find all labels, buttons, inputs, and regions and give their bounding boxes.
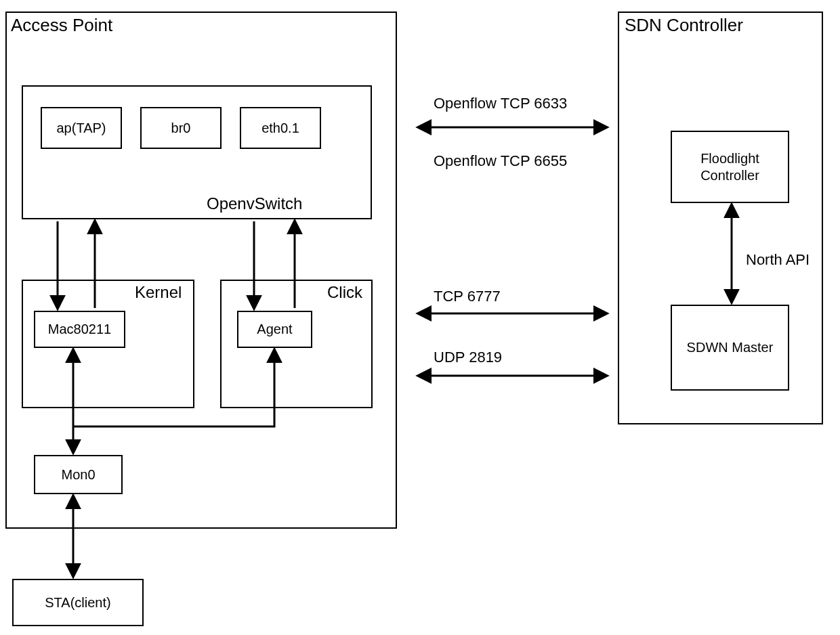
openflow-6655-label: Openflow TCP 6655 xyxy=(434,152,567,170)
tcp-6777-label: TCP 6777 xyxy=(434,288,501,305)
agent-label: Agent xyxy=(238,312,311,347)
sdn-controller-title: SDN Controller xyxy=(625,15,743,36)
mon0-box: Mon0 xyxy=(34,455,123,494)
sta-client-label: STA(client) xyxy=(14,580,142,625)
openvswitch-title: OpenvSwitch xyxy=(207,194,302,213)
eth01-label: eth0.1 xyxy=(241,108,320,148)
access-point-title: Access Point xyxy=(11,15,112,36)
mac80211-box: Mac80211 xyxy=(34,311,125,348)
sta-client-box: STA(client) xyxy=(12,579,144,626)
ap-tap-label: ap(TAP) xyxy=(42,108,121,148)
sdwn-master-box: SDWN Master xyxy=(671,305,789,391)
floodlight-label: Floodlight Controller xyxy=(672,132,788,202)
floodlight-box: Floodlight Controller xyxy=(671,131,789,203)
eth01-box: eth0.1 xyxy=(240,107,321,149)
mon0-label: Mon0 xyxy=(35,456,121,493)
openflow-6633-label: Openflow TCP 6633 xyxy=(434,95,567,112)
mac80211-label: Mac80211 xyxy=(35,312,124,347)
udp-2819-label: UDP 2819 xyxy=(434,349,502,366)
openvswitch-box xyxy=(22,85,372,219)
agent-box: Agent xyxy=(237,311,312,348)
diagram-canvas: Access Point OpenvSwitch ap(TAP) br0 eth… xyxy=(0,0,840,635)
br0-box: br0 xyxy=(140,107,222,149)
north-api-label: North API xyxy=(746,251,810,269)
kernel-title: Kernel xyxy=(135,283,182,302)
ap-tap-box: ap(TAP) xyxy=(41,107,122,149)
click-title: Click xyxy=(327,283,362,302)
br0-label: br0 xyxy=(142,108,220,148)
sdwn-master-label: SDWN Master xyxy=(672,306,788,389)
